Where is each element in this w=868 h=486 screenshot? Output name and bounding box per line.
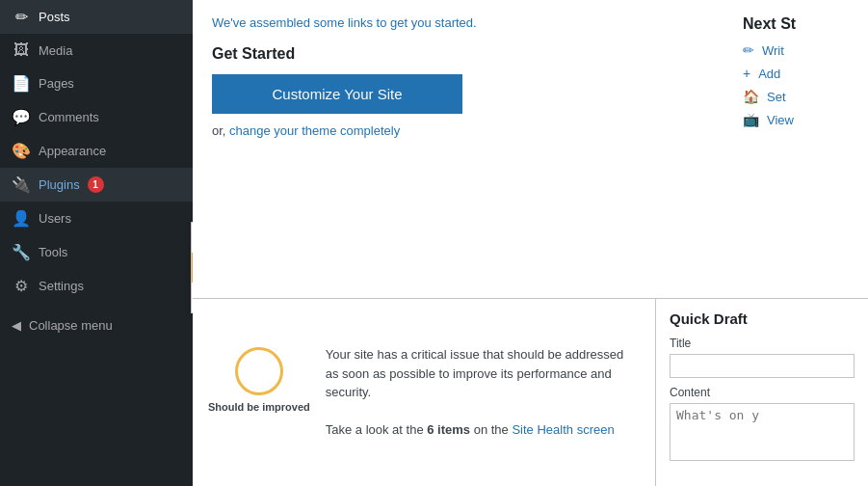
sidebar-item-media[interactable]: 🖼 Media bbox=[0, 34, 193, 67]
change-theme-link[interactable]: change your theme completely bbox=[229, 123, 400, 138]
sidebar-item-label: Tools bbox=[39, 245, 67, 259]
sidebar-item-pages[interactable]: 📄 Pages bbox=[0, 67, 193, 100]
main-content: We've assembled some links to get you st… bbox=[193, 0, 868, 486]
top-row: Get Started Customize Your Site or, chan… bbox=[212, 45, 849, 149]
health-text-part1: Your site has a critical issue that shou… bbox=[326, 347, 624, 399]
sidebar-item-users[interactable]: 👤 Users bbox=[0, 202, 193, 235]
add-icon: + bbox=[743, 66, 750, 81]
next-step-write[interactable]: ✏ Writ bbox=[743, 42, 858, 58]
collapse-menu[interactable]: ◀ Collapse menu bbox=[0, 310, 193, 340]
write-label: Writ bbox=[762, 43, 784, 58]
health-screen-link[interactable]: Site Health screen bbox=[512, 422, 614, 437]
media-icon: 🖼 bbox=[12, 41, 31, 59]
sidebar-item-label: Posts bbox=[39, 10, 70, 24]
sidebar-item-label: Users bbox=[39, 211, 71, 226]
tools-icon: 🔧 bbox=[12, 243, 31, 261]
health-status-label: Should be improved bbox=[208, 401, 310, 413]
content-area: We've assembled some links to get you st… bbox=[193, 0, 868, 165]
plugins-label: Plugins bbox=[39, 177, 80, 192]
health-circle bbox=[235, 347, 283, 395]
title-label: Title bbox=[670, 337, 855, 350]
comments-icon: 💬 bbox=[12, 108, 31, 126]
sidebar: ✏ Posts 🖼 Media 📄 Pages 💬 Comments 🎨 App… bbox=[0, 0, 193, 486]
content-label: Content bbox=[670, 386, 855, 399]
view-icon: 📺 bbox=[743, 112, 759, 127]
title-input[interactable] bbox=[670, 354, 855, 378]
customize-site-button[interactable]: Customize Your Site bbox=[212, 74, 462, 114]
plugins-dropdown: Installed Plugins Add New Plugin Editor bbox=[191, 222, 193, 313]
bottom-row: ▲ ▼ ▲ Should be improved Your site has a… bbox=[193, 298, 868, 486]
add-label: Add bbox=[758, 67, 780, 81]
write-icon: ✏ bbox=[743, 42, 754, 58]
dropdown-plugin-editor[interactable]: Plugin Editor bbox=[192, 283, 193, 312]
settings-icon: ⚙ bbox=[12, 277, 31, 295]
pages-icon: 📄 bbox=[12, 74, 31, 93]
sidebar-item-comments[interactable]: 💬 Comments bbox=[0, 100, 193, 134]
next-steps-title: Next St bbox=[743, 15, 858, 33]
health-items-bold: 6 items bbox=[427, 422, 470, 437]
users-icon: 👤 bbox=[12, 209, 31, 228]
sidebar-item-settings[interactable]: ⚙ Settings bbox=[0, 269, 193, 303]
sidebar-item-tools[interactable]: 🔧 Tools bbox=[0, 235, 193, 269]
dropdown-installed-plugins[interactable]: Installed Plugins bbox=[192, 223, 193, 253]
home-icon: 🏠 bbox=[743, 89, 759, 104]
plugins-badge: 1 bbox=[88, 176, 104, 193]
health-icon-wrap: Should be improved bbox=[208, 338, 310, 413]
dropdown-add-new[interactable]: Add New bbox=[192, 253, 193, 283]
health-text-take: Take a look at the bbox=[326, 422, 428, 437]
sidebar-item-label: Settings bbox=[39, 279, 84, 293]
health-text: Your site has a critical issue that shou… bbox=[326, 338, 640, 440]
collapse-icon: ◀ bbox=[12, 318, 21, 333]
posts-icon: ✏ bbox=[12, 8, 31, 26]
quick-draft-panel: Quick Draft Title Content bbox=[656, 299, 868, 486]
health-text-on: on the bbox=[474, 422, 513, 437]
plugins-icon: 🔌 bbox=[12, 176, 31, 194]
quick-draft-title: Quick Draft bbox=[670, 310, 855, 327]
sidebar-item-posts[interactable]: ✏ Posts bbox=[0, 0, 193, 34]
sidebar-item-label: Comments bbox=[39, 110, 99, 124]
next-step-set[interactable]: 🏠 Set bbox=[743, 89, 858, 104]
next-step-add[interactable]: + Add bbox=[743, 66, 858, 81]
next-steps-panel: Next St ✏ Writ + Add 🏠 Set 📺 View bbox=[733, 0, 868, 150]
sidebar-item-plugins[interactable]: 🔌 Plugins 1 bbox=[0, 168, 193, 202]
health-panel: ▲ ▼ ▲ Should be improved Your site has a… bbox=[193, 299, 656, 486]
content-textarea[interactable] bbox=[670, 403, 855, 461]
sidebar-item-label: Pages bbox=[39, 76, 74, 91]
plugins-row: Plugins 1 bbox=[39, 176, 104, 193]
next-step-view[interactable]: 📺 View bbox=[743, 112, 858, 127]
sidebar-item-label: Appearance bbox=[39, 144, 106, 158]
set-label: Set bbox=[767, 90, 786, 104]
sidebar-item-label: Media bbox=[39, 43, 72, 58]
collapse-label: Collapse menu bbox=[29, 318, 113, 333]
view-label: View bbox=[767, 113, 794, 127]
appearance-icon: 🎨 bbox=[12, 142, 31, 160]
sidebar-item-appearance[interactable]: 🎨 Appearance bbox=[0, 134, 193, 168]
